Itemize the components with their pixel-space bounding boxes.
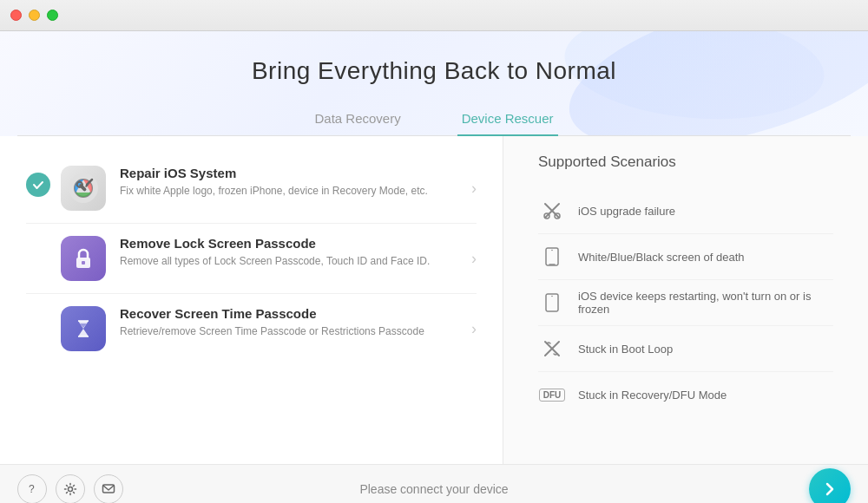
close-button[interactable] [10,10,22,21]
footer-left-buttons: ? [17,474,123,504]
maximize-button[interactable] [47,10,58,21]
titlebar [0,0,868,31]
scenario-ios-upgrade: iOS upgrade failure [538,188,833,234]
scenario-restarting-text: iOS device keeps restarting, won't turn … [578,290,833,316]
feature-recover-screen[interactable]: Recover Screen Time Passcode Retrieve/re… [26,294,477,363]
svg-text:?: ? [29,483,35,495]
repair-ios-desc: Fix white Apple logo, frozen iPhone, dev… [120,184,428,199]
scenario-ios-upgrade-text: iOS upgrade failure [578,205,675,218]
header-area: Bring Everything Back to Normal Data Rec… [0,31,868,136]
scenarios-title: Supported Scenarios [538,154,833,171]
scenario-screen-death: White/Blue/Black screen of death [538,234,833,280]
screen-death-icon [538,243,566,271]
recover-screen-icon [61,306,106,351]
app-title: Bring Everything Back to Normal [17,57,851,85]
message-button[interactable] [94,474,123,504]
scenario-restarting: iOS device keeps restarting, won't turn … [538,280,833,326]
scenario-screen-death-text: White/Blue/Black screen of death [578,251,745,264]
dfu-icon: DFU [538,381,566,408]
main-content: Repair iOS System Fix white Apple logo, … [0,136,868,464]
chevron-right-icon-2: › [471,250,477,268]
remove-lock-desc: Remove all types of Lock Screen Passcode… [120,254,430,269]
scenario-boot-loop: Stuck in Boot Loop [538,326,833,372]
boot-loop-icon [538,335,566,363]
tab-bar: Data Recovery Device Rescuer [17,102,851,136]
tab-data-recovery[interactable]: Data Recovery [310,102,404,136]
remove-lock-title: Remove Lock Screen Passcode [120,236,430,251]
next-button[interactable] [809,468,851,504]
repair-ios-title: Repair iOS System [120,166,428,180]
svg-point-18 [551,296,553,297]
scenario-boot-loop-text: Stuck in Boot Loop [578,343,673,356]
chevron-right-icon-3: › [471,320,477,338]
repair-ios-icon [61,166,106,211]
selected-check-icon [26,173,50,197]
remove-lock-icon [61,236,106,281]
recover-screen-title: Recover Screen Time Passcode [120,306,424,321]
feature-repair-ios[interactable]: Repair iOS System Fix white Apple logo, … [26,154,477,224]
settings-button[interactable] [56,474,85,504]
tab-device-rescuer[interactable]: Device Rescuer [457,102,558,136]
remove-lock-text: Remove Lock Screen Passcode Remove all t… [120,236,430,269]
footer-status-text: Please connect your device [359,482,508,496]
scenario-recovery-dfu-text: Stuck in Recovery/DFU Mode [578,389,727,402]
ios-upgrade-icon [538,197,566,225]
help-button[interactable]: ? [17,474,47,504]
svg-point-22 [69,487,73,491]
chevron-right-icon: › [471,180,477,198]
left-panel: Repair iOS System Fix white Apple logo, … [0,136,503,464]
right-panel: Supported Scenarios iOS upgrade failure [503,136,868,464]
feature-remove-lock[interactable]: Remove Lock Screen Passcode Remove all t… [26,224,477,294]
scenario-recovery-dfu: DFU Stuck in Recovery/DFU Mode [538,372,833,417]
dfu-badge: DFU [539,389,566,402]
svg-rect-7 [82,261,85,265]
repair-ios-text: Repair iOS System Fix white Apple logo, … [120,166,428,199]
recover-screen-text: Recover Screen Time Passcode Retrieve/re… [120,306,424,339]
recover-screen-desc: Retrieve/remove Screen Time Passcode or … [120,324,424,339]
footer: ? Please connect your device [0,464,868,503]
restarting-icon [538,289,566,317]
svg-point-16 [551,250,553,252]
minimize-button[interactable] [29,10,40,21]
